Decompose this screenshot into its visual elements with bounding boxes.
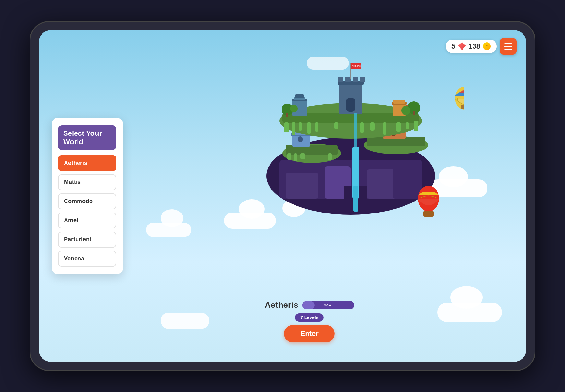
panel-title: Select Your World xyxy=(58,125,116,150)
svg-rect-56 xyxy=(360,77,365,82)
menu-line-2 xyxy=(504,46,512,47)
svg-rect-67 xyxy=(393,100,405,104)
svg-rect-43 xyxy=(315,122,318,132)
svg-rect-8 xyxy=(353,186,358,212)
currency-display: 5 138 Y xyxy=(446,40,497,53)
menu-line-3 xyxy=(504,49,512,50)
world-name: Aetheris xyxy=(265,300,298,310)
svg-rect-79 xyxy=(423,211,434,217)
svg-rect-41 xyxy=(299,122,302,131)
svg-rect-53 xyxy=(338,77,343,82)
diamond-count: 5 xyxy=(451,42,455,51)
header: 5 138 Y xyxy=(446,38,517,55)
diamond-icon xyxy=(458,42,466,50)
svg-rect-5 xyxy=(393,163,422,199)
svg-rect-11 xyxy=(287,153,291,160)
menu-line-1 xyxy=(504,43,512,44)
svg-rect-75 xyxy=(461,105,464,109)
svg-rect-71 xyxy=(413,111,415,115)
svg-rect-49 xyxy=(406,122,409,129)
world-button-mattis[interactable]: Mattis xyxy=(58,174,116,190)
world-button-amet[interactable]: Amet xyxy=(58,213,116,228)
svg-rect-50 xyxy=(414,121,418,131)
svg-rect-47 xyxy=(383,122,386,135)
svg-rect-13 xyxy=(300,153,305,159)
svg-rect-14 xyxy=(328,153,332,160)
world-name-row: Aetheris 24% xyxy=(265,300,354,310)
svg-rect-60 xyxy=(346,98,355,112)
progress-percent: 24% xyxy=(324,303,332,307)
progress-fill xyxy=(302,301,315,309)
svg-rect-46 xyxy=(370,122,375,131)
coin-icon: Y xyxy=(483,42,491,50)
levels-badge: 7 Levels xyxy=(295,313,323,322)
world-panel: Select Your World Aetheris Mattis Commod… xyxy=(52,118,123,274)
svg-rect-69 xyxy=(286,113,288,117)
svg-rect-55 xyxy=(353,77,358,82)
svg-rect-19 xyxy=(298,136,303,142)
svg-rect-39 xyxy=(284,122,289,132)
svg-rect-64 xyxy=(295,94,304,98)
svg-rect-45 xyxy=(360,122,364,133)
world-button-aetheris[interactable]: Aetheris xyxy=(58,155,116,171)
svg-rect-2 xyxy=(286,173,318,199)
svg-rect-57 xyxy=(350,63,351,79)
world-info: Aetheris 24% 7 Levels Enter xyxy=(265,300,354,342)
svg-rect-48 xyxy=(396,122,401,132)
svg-rect-44 xyxy=(334,122,338,129)
screen: 5 138 Y Select Your World Aetheris Matti… xyxy=(39,30,526,362)
enter-button[interactable]: Enter xyxy=(284,325,335,342)
svg-rect-40 xyxy=(292,122,295,135)
world-button-venena[interactable]: Venena xyxy=(58,251,116,267)
svg-point-73 xyxy=(290,105,298,112)
tablet-frame: 5 138 Y Select Your World Aetheris Matti… xyxy=(30,21,535,371)
svg-point-72 xyxy=(401,106,410,115)
world-button-commodo[interactable]: Commodo xyxy=(58,193,116,209)
island-illustration: Aetheris xyxy=(237,50,464,237)
coin-count: 138 xyxy=(468,42,480,51)
svg-rect-12 xyxy=(294,153,297,161)
svg-text:Aetheris: Aetheris xyxy=(352,65,361,67)
world-button-parturient[interactable]: Parturient xyxy=(58,232,116,248)
menu-button[interactable] xyxy=(500,38,517,55)
progress-bar: 24% xyxy=(302,301,354,309)
svg-rect-42 xyxy=(307,122,311,134)
